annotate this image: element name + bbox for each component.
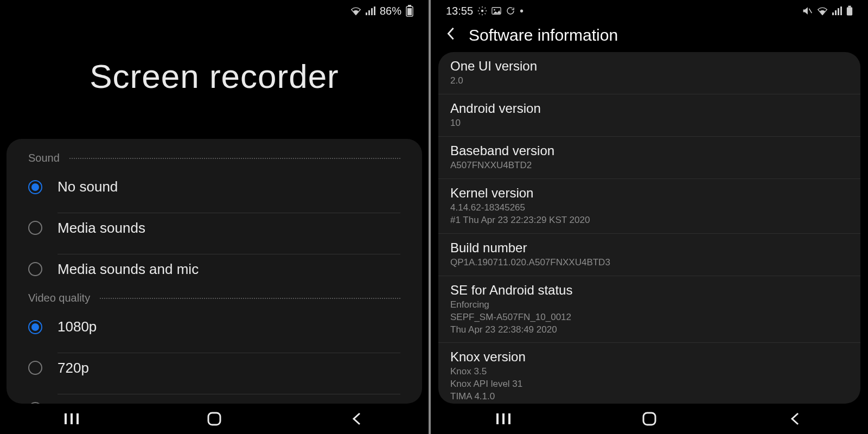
radio-indicator: [28, 221, 42, 235]
svg-rect-21: [496, 413, 499, 424]
battery-percent: 86%: [380, 5, 401, 17]
status-bar: 13:55 •: [431, 0, 868, 22]
settings-icon: [477, 6, 487, 16]
svg-rect-20: [847, 7, 852, 15]
options-card: Sound No sound Media sounds Media sounds…: [7, 139, 422, 404]
radio-1080p[interactable]: 1080p: [7, 307, 422, 347]
nav-recents-button[interactable]: [482, 413, 525, 424]
nav-recents-button[interactable]: [50, 413, 93, 424]
info-baseband-version[interactable]: Baseband version A507FNXXU4BTD2: [438, 137, 860, 179]
svg-rect-6: [407, 8, 412, 15]
info-title: Baseband version: [450, 143, 848, 158]
svg-rect-22: [502, 413, 505, 424]
svg-rect-15: [832, 12, 834, 15]
status-bar: 86%: [0, 0, 429, 22]
section-label: Sound: [28, 152, 60, 164]
nav-home-button[interactable]: [193, 412, 236, 426]
wifi-icon: [350, 7, 361, 15]
back-button[interactable]: [446, 26, 456, 44]
info-title: Kernel version: [450, 186, 848, 201]
svg-rect-18: [840, 7, 842, 15]
section-header-sound: Sound: [7, 150, 422, 167]
page-title: Software information: [469, 26, 618, 44]
radio-label: Media sounds: [58, 220, 400, 237]
radio-indicator: [28, 361, 42, 375]
battery-icon: [406, 5, 413, 17]
status-time: 13:55: [446, 5, 473, 17]
svg-rect-0: [366, 12, 367, 15]
status-dot: •: [520, 5, 524, 17]
svg-line-14: [809, 9, 812, 13]
svg-rect-9: [76, 413, 79, 424]
svg-rect-16: [835, 10, 837, 15]
signal-icon: [366, 7, 375, 15]
svg-rect-3: [374, 7, 375, 15]
radio-indicator: [28, 320, 42, 334]
video-radio-group: 1080p 720p 480p: [7, 307, 422, 404]
info-title: Android version: [450, 101, 848, 116]
screen-recorder-phone: 86% Screen recorder Sound No sound Media…: [0, 0, 429, 434]
info-value: 4.14.62-18345265 #1 Thu Apr 23 22:23:29 …: [450, 202, 848, 227]
nav-bar: [0, 404, 429, 434]
radio-label: 1080p: [58, 318, 400, 335]
nav-back-button[interactable]: [774, 412, 817, 425]
info-card: One UI version 2.0 Android version 10 Ba…: [438, 52, 860, 404]
svg-rect-7: [65, 413, 67, 424]
image-icon: [492, 7, 501, 15]
radio-720p[interactable]: 720p: [7, 347, 422, 388]
radio-indicator: [28, 180, 42, 194]
svg-rect-1: [368, 10, 370, 15]
svg-rect-17: [838, 8, 839, 15]
radio-media-sounds[interactable]: Media sounds: [7, 207, 422, 248]
info-title: Build number: [450, 240, 848, 256]
nav-home-button[interactable]: [628, 412, 671, 426]
svg-point-11: [481, 10, 484, 12]
info-value: 2.0: [450, 75, 848, 87]
info-title: SE for Android status: [450, 283, 848, 298]
radio-media-sounds-mic[interactable]: Media sounds and mic: [7, 248, 422, 290]
info-value: Knox 3.5 Knox API level 31 TIMA 4.1.0: [450, 366, 848, 403]
page-title: Screen recorder: [0, 22, 429, 139]
nav-bar: [431, 404, 868, 434]
section-divider: [69, 158, 400, 159]
info-se-android-status[interactable]: SE for Android status Enforcing SEPF_SM-…: [438, 276, 860, 343]
battery-icon: [846, 5, 853, 16]
refresh-icon: [506, 6, 515, 16]
radio-label: Media sounds and mic: [58, 261, 400, 278]
svg-rect-10: [208, 413, 220, 425]
svg-rect-24: [643, 413, 655, 425]
section-label: Video quality: [28, 292, 90, 304]
radio-indicator: [28, 262, 42, 276]
signal-icon: [832, 7, 842, 15]
section-divider: [100, 298, 400, 299]
info-value: 10: [450, 117, 848, 130]
svg-rect-19: [848, 6, 851, 8]
info-value: QP1A.190711.020.A507FNXXU4BTD3: [450, 257, 848, 269]
info-one-ui-version[interactable]: One UI version 2.0: [438, 52, 860, 94]
info-knox-version[interactable]: Knox version Knox 3.5 Knox API level 31 …: [438, 343, 860, 404]
info-android-version[interactable]: Android version 10: [438, 94, 860, 137]
info-build-number[interactable]: Build number QP1A.190711.020.A507FNXXU4B…: [438, 234, 860, 276]
radio-no-sound[interactable]: No sound: [7, 167, 422, 207]
info-title: One UI version: [450, 59, 848, 74]
info-kernel-version[interactable]: Kernel version 4.14.62-18345265 #1 Thu A…: [438, 179, 860, 234]
svg-rect-23: [508, 413, 510, 424]
svg-rect-2: [371, 8, 373, 15]
radio-label: No sound: [58, 178, 400, 195]
section-header-video-quality: Video quality: [7, 290, 422, 307]
nav-back-button[interactable]: [335, 412, 379, 425]
info-title: Knox version: [450, 349, 848, 365]
radio-label: 720p: [58, 360, 400, 376]
svg-point-13: [494, 9, 495, 11]
svg-rect-8: [71, 413, 73, 424]
app-bar: Software information: [431, 22, 868, 52]
mute-icon: [802, 6, 813, 16]
software-info-phone: 13:55 • Software information One UI vers…: [431, 0, 868, 434]
wifi-icon: [817, 7, 828, 15]
info-value: A507FNXXU4BTD2: [450, 159, 848, 172]
info-value: Enforcing SEPF_SM-A507FN_10_0012 Thu Apr…: [450, 299, 848, 336]
radio-480p[interactable]: 480p: [7, 388, 422, 404]
sound-radio-group: No sound Media sounds Media sounds and m…: [7, 167, 422, 290]
